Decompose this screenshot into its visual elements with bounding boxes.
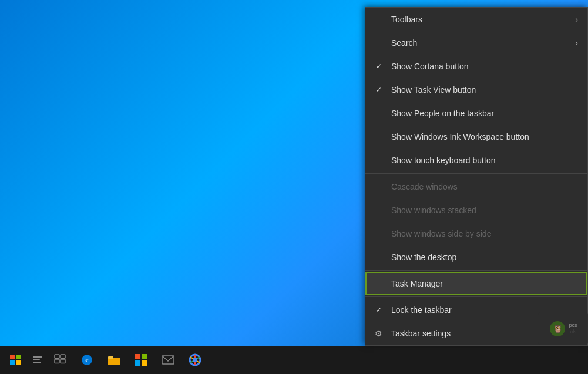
menu-label-lock-taskbar: Lock the taskbar (391, 305, 452, 315)
cortana-icon (32, 354, 43, 366)
menu-item-cascade: Cascade windows (365, 175, 587, 198)
mail-button[interactable] (155, 347, 181, 373)
svg-rect-16 (142, 354, 147, 359)
svg-rect-17 (135, 360, 140, 366)
menu-label-show-desktop: Show the desktop (391, 252, 456, 262)
folder-icon (107, 353, 120, 366)
edge-button[interactable]: e (74, 347, 100, 373)
menu-label-show-cortana: Show Cortana button (391, 62, 469, 71)
svg-rect-4 (33, 356, 42, 358)
menu-item-show-touch-kb[interactable]: Show touch keyboard button (365, 149, 587, 172)
taskview-icon (54, 354, 66, 366)
separator-1 (365, 173, 587, 174)
menu-item-stacked: Show windows stacked (365, 198, 587, 222)
svg-rect-14 (108, 356, 113, 359)
svg-text:e: e (85, 356, 89, 364)
menu-item-side-by-side: Show windows side by side (365, 222, 587, 245)
checkmark-task-view: ✓ (376, 86, 382, 94)
mail-icon (162, 353, 174, 366)
svg-rect-3 (16, 360, 21, 365)
menu-item-toolbars[interactable]: Toolbars › (365, 8, 587, 31)
context-menu: Toolbars › Search › ✓ Show Cortana butto… (365, 7, 588, 346)
arrow-icon: › (575, 15, 578, 24)
cortana-button[interactable] (29, 347, 46, 373)
menu-item-show-desktop[interactable]: Show the desktop (365, 245, 587, 269)
watermark-logo: 🦉 (549, 320, 566, 338)
svg-rect-1 (16, 355, 21, 359)
taskbar: e (0, 346, 588, 374)
menu-label-show-people: Show People on the taskbar (391, 109, 494, 118)
checkmark-lock: ✓ (376, 306, 382, 314)
svg-rect-2 (10, 360, 15, 365)
menu-label-stacked: Show windows stacked (391, 205, 476, 215)
menu-item-task-manager[interactable]: Task Manager (365, 272, 587, 295)
menu-label-toolbars: Toolbars (391, 15, 422, 24)
menu-item-show-ink[interactable]: Show Windows Ink Workspace button (365, 125, 587, 149)
svg-rect-9 (55, 359, 59, 363)
svg-rect-18 (142, 360, 147, 366)
checkmark-cortana: ✓ (376, 62, 382, 70)
windows-icon (10, 355, 21, 365)
svg-rect-6 (33, 362, 41, 363)
svg-rect-15 (135, 354, 140, 359)
menu-label-task-manager: Task Manager (391, 279, 443, 288)
menu-label-search: Search (391, 38, 417, 48)
taskview-button[interactable] (47, 347, 73, 373)
store-button[interactable] (128, 347, 154, 373)
svg-rect-8 (61, 355, 65, 358)
menu-label-taskbar-settings: Taskbar settings (391, 329, 451, 338)
svg-rect-5 (33, 359, 40, 360)
svg-rect-0 (10, 355, 15, 359)
menu-item-show-people[interactable]: Show People on the taskbar (365, 102, 587, 125)
chrome-button[interactable] (182, 347, 208, 373)
separator-3 (365, 296, 587, 297)
menu-item-search[interactable]: Search › (365, 31, 587, 55)
svg-point-25 (193, 358, 197, 362)
separator-2 (365, 270, 587, 271)
menu-label-show-task-view: Show Task View button (391, 85, 476, 95)
gear-icon: ⚙ (375, 329, 382, 338)
svg-rect-7 (55, 355, 59, 358)
menu-label-show-ink: Show Windows Ink Workspace button (391, 132, 529, 141)
store-icon (135, 353, 147, 366)
menu-item-show-task-view[interactable]: ✓ Show Task View button (365, 78, 587, 102)
file-explorer-button[interactable] (101, 347, 127, 373)
menu-item-show-cortana[interactable]: ✓ Show Cortana button (365, 55, 587, 78)
svg-rect-10 (61, 359, 65, 363)
watermark: 🦉 pcsuls (538, 312, 588, 345)
arrow-icon-search: › (575, 38, 578, 48)
watermark-text: pcsuls (569, 322, 577, 335)
start-button[interactable] (2, 347, 28, 373)
edge-icon: e (80, 353, 93, 366)
svg-text:🦉: 🦉 (553, 324, 563, 334)
chrome-icon (189, 353, 201, 366)
menu-label-cascade: Cascade windows (391, 182, 458, 191)
menu-label-show-touch-kb: Show touch keyboard button (391, 156, 495, 165)
menu-label-side-by-side: Show windows side by side (391, 229, 491, 238)
